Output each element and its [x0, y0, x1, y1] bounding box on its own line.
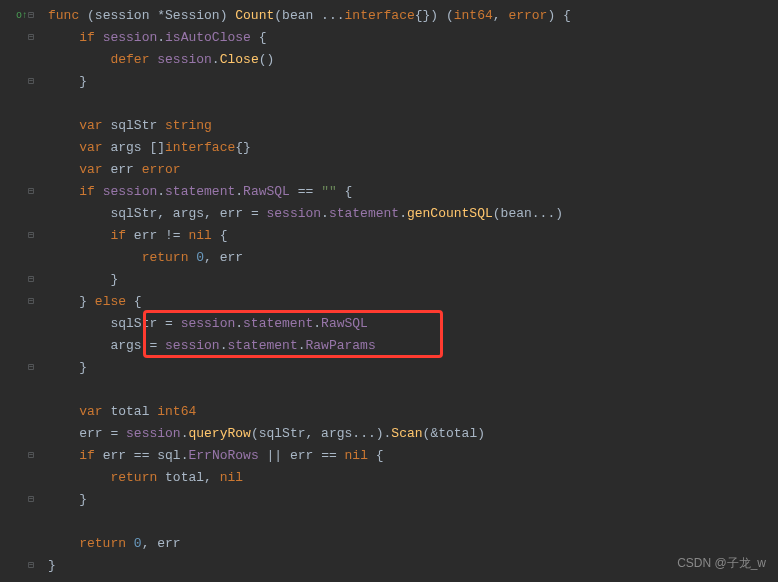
code-line: err = session.queryRow(sqlStr, args...).… — [48, 423, 778, 445]
gutter: o↑⊟ ⊟ ⊟ ⊟ ⊟ ⊟ ⊟ ⊟ ⊟ ⊟ ⊟ — [0, 0, 40, 582]
code-line: func (session *Session) Count(bean ...in… — [48, 5, 778, 27]
fold-icon[interactable]: ⊟ — [28, 269, 34, 291]
gutter-row — [0, 511, 40, 533]
fold-icon[interactable]: ⊟ — [28, 5, 34, 27]
fold-icon[interactable]: ⊟ — [28, 291, 34, 313]
code-line: } — [48, 357, 778, 379]
code-line: } — [48, 489, 778, 511]
code-line: return 0, err — [48, 247, 778, 269]
vcs-marker-icon: o↑ — [16, 5, 28, 27]
fold-icon[interactable]: ⊟ — [28, 489, 34, 511]
code-area[interactable]: func (session *Session) Count(bean ...in… — [40, 0, 778, 582]
gutter-row — [0, 313, 40, 335]
code-line: defer session.Close() — [48, 49, 778, 71]
fold-icon[interactable]: ⊟ — [28, 71, 34, 93]
gutter-row — [0, 533, 40, 555]
fold-icon[interactable]: ⊟ — [28, 555, 34, 577]
code-line: var err error — [48, 159, 778, 181]
gutter-row — [0, 115, 40, 137]
gutter-row — [0, 379, 40, 401]
fold-icon[interactable]: ⊟ — [28, 225, 34, 247]
code-editor: o↑⊟ ⊟ ⊟ ⊟ ⊟ ⊟ ⊟ ⊟ ⊟ ⊟ ⊟ func (session *S… — [0, 0, 778, 582]
code-line: return total, nil — [48, 467, 778, 489]
fold-icon[interactable]: ⊟ — [28, 181, 34, 203]
code-line: if session.statement.RawSQL == "" { — [48, 181, 778, 203]
gutter-row — [0, 49, 40, 71]
code-line: if session.isAutoClose { — [48, 27, 778, 49]
gutter-row: ⊟ — [0, 269, 40, 291]
gutter-row: ⊟ — [0, 291, 40, 313]
gutter-row — [0, 159, 40, 181]
code-line: args = session.statement.RawParams — [48, 335, 778, 357]
gutter-row: ⊟ — [0, 357, 40, 379]
code-line: sqlStr, args, err = session.statement.ge… — [48, 203, 778, 225]
gutter-row — [0, 335, 40, 357]
gutter-row — [0, 93, 40, 115]
code-line: if err == sql.ErrNoRows || err == nil { — [48, 445, 778, 467]
code-line: } — [48, 71, 778, 93]
fold-icon[interactable]: ⊟ — [28, 445, 34, 467]
gutter-row — [0, 401, 40, 423]
code-line: var total int64 — [48, 401, 778, 423]
code-line — [48, 93, 778, 115]
gutter-row: ⊟ — [0, 27, 40, 49]
watermark: CSDN @子龙_w — [677, 552, 766, 574]
code-line: } — [48, 269, 778, 291]
code-line: } — [48, 555, 778, 577]
gutter-row — [0, 467, 40, 489]
fold-icon[interactable]: ⊟ — [28, 357, 34, 379]
gutter-row: ⊟ — [0, 555, 40, 577]
code-line: } else { — [48, 291, 778, 313]
code-line: return 0, err — [48, 533, 778, 555]
gutter-row — [0, 423, 40, 445]
code-line: sqlStr = session.statement.RawSQL — [48, 313, 778, 335]
fold-icon[interactable]: ⊟ — [28, 27, 34, 49]
gutter-row: ⊟ — [0, 445, 40, 467]
code-line — [48, 511, 778, 533]
gutter-row: ⊟ — [0, 489, 40, 511]
gutter-row — [0, 247, 40, 269]
gutter-row: ⊟ — [0, 181, 40, 203]
code-line: if err != nil { — [48, 225, 778, 247]
code-line — [48, 379, 778, 401]
code-line: var sqlStr string — [48, 115, 778, 137]
gutter-row — [0, 137, 40, 159]
gutter-row: ⊟ — [0, 71, 40, 93]
code-line: var args []interface{} — [48, 137, 778, 159]
gutter-row: o↑⊟ — [0, 5, 40, 27]
gutter-row — [0, 203, 40, 225]
gutter-row: ⊟ — [0, 225, 40, 247]
